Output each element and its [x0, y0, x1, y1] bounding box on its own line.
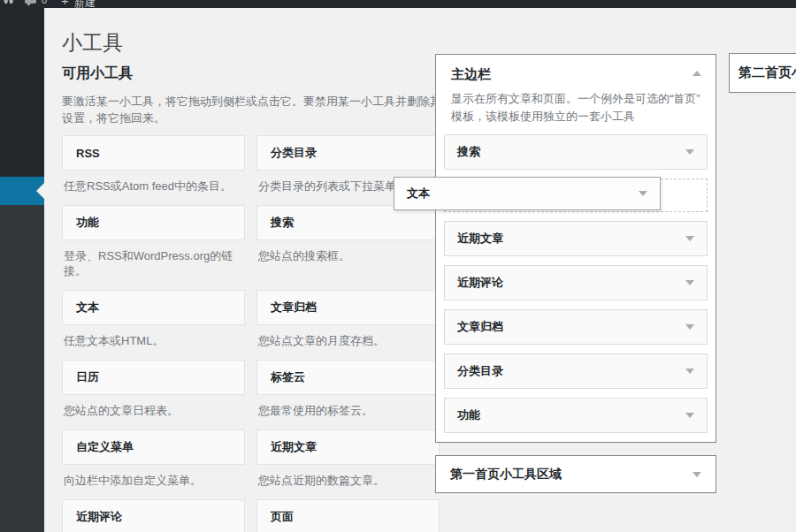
- widget-title: 文章归档: [457, 319, 503, 335]
- sidebar-panel-first-front-page[interactable]: 第一首页小工具区域: [435, 455, 716, 493]
- admin-menu-upper-section[interactable]: [0, 8, 44, 177]
- sidebar-widget[interactable]: 搜索: [444, 134, 708, 170]
- available-widget-card[interactable]: RSS: [62, 135, 245, 171]
- sidebar-widget[interactable]: 近期文章: [444, 221, 708, 256]
- available-widget: 标签云 您最常使用的标签云。: [256, 360, 440, 418]
- available-widgets-grid: RSS 任意RSS或Atom feed中的条目。 分类目录 分类目录的列表或下拉…: [62, 135, 440, 532]
- available-widget: 近期文章 您站点近期的数篇文章。: [256, 429, 440, 488]
- dragged-widget-text[interactable]: 文本: [394, 177, 661, 210]
- widget-description: 您最常使用的标签云。: [256, 403, 440, 418]
- widget-description: 向边栏中添加自定义菜单。: [62, 473, 245, 488]
- available-widget: 文本 任意文本或HTML。: [62, 290, 245, 348]
- widget-title: 自定义菜单: [76, 439, 134, 455]
- widget-title: 搜索: [457, 144, 480, 160]
- chevron-down-icon[interactable]: [693, 472, 701, 477]
- chevron-down-icon[interactable]: [685, 236, 694, 241]
- widget-title: 功能: [76, 215, 99, 231]
- available-widgets-heading: 可用小工具: [62, 65, 133, 83]
- widget-title: 搜索: [271, 215, 294, 231]
- chevron-down-icon[interactable]: [685, 369, 694, 374]
- available-widget-card[interactable]: 文章归档: [256, 290, 440, 325]
- widget-description: 登录、RSS和WordPress.org的链接。: [62, 248, 245, 278]
- sidebar-widget[interactable]: 功能: [444, 398, 708, 433]
- available-widget: 文章归档 您站点文章的月度存档。: [256, 290, 440, 348]
- chevron-down-icon[interactable]: [639, 191, 647, 196]
- widget-title: 标签云: [271, 369, 305, 385]
- available-widget-card[interactable]: 自定义菜单: [62, 429, 245, 465]
- widget-title: 近期评论: [76, 509, 122, 525]
- widget-description: 您站点文章的月度存档。: [256, 333, 440, 348]
- wordpress-logo-icon[interactable]: W: [3, 0, 14, 6]
- available-widget-card[interactable]: 功能: [62, 205, 245, 240]
- widget-title: 分类目录: [271, 145, 317, 161]
- available-widget: 功能 登录、RSS和WordPress.org的链接。: [62, 205, 245, 278]
- sidebar-panel-title: 主边栏: [451, 66, 491, 81]
- available-widget-card[interactable]: 分类目录: [256, 135, 440, 171]
- widget-title: 近期评论: [457, 275, 503, 291]
- current-item-arrow-icon: [36, 183, 44, 199]
- available-widget-card[interactable]: 日历: [62, 360, 245, 395]
- available-widget-card[interactable]: 文本: [62, 290, 245, 325]
- available-widget: 自定义菜单 向边栏中添加自定义菜单。: [62, 429, 245, 488]
- available-widget-card[interactable]: 近期文章: [256, 429, 440, 465]
- widget-title: 分类目录: [457, 363, 503, 379]
- widget-title: 文章归档: [271, 300, 317, 315]
- available-widget-card[interactable]: 页面: [256, 499, 440, 532]
- widgets-admin-screen: W 0 + 新建 小工具 可用小工具 要激活某一小工具，将它拖动到侧栏或点击它。…: [0, 0, 796, 532]
- available-widget-card[interactable]: 搜索: [256, 205, 440, 240]
- comments-icon[interactable]: [25, 0, 36, 4]
- widget-title: 文本: [407, 186, 430, 201]
- widget-title: 近期文章: [271, 439, 317, 455]
- plus-icon[interactable]: +: [61, 0, 69, 8]
- front-panel-title: 第一首页小工具区域: [450, 467, 562, 483]
- chevron-down-icon[interactable]: [685, 149, 694, 155]
- widget-title: 日历: [76, 369, 99, 385]
- sidebar-panel-header[interactable]: 主边栏: [436, 55, 716, 83]
- sidebar-widget[interactable]: 文章归档: [444, 309, 708, 345]
- sidebar-panel-description: 显示在所有文章和页面。一个例外是可选的“首页”模板，该模板使用独立的一套小工具: [451, 90, 700, 125]
- admin-menu-current-item-appearance[interactable]: [0, 177, 44, 205]
- available-widget: RSS 任意RSS或Atom feed中的条目。: [62, 135, 245, 194]
- available-widget: 日历 您站点的文章日程表。: [62, 360, 245, 418]
- available-widgets-description: 要激活某一小工具，将它拖动到侧栏或点击它。要禁用某一小工具并删除其设置，将它拖回…: [62, 93, 449, 126]
- widget-title: 近期文章: [457, 231, 503, 247]
- widget-title: 页面: [271, 509, 294, 525]
- widget-description: 任意文本或HTML。: [62, 333, 245, 348]
- chevron-down-icon[interactable]: [685, 413, 694, 418]
- widget-description: 您站点近期的数篇文章。: [256, 473, 440, 488]
- available-widget: 页面: [256, 499, 440, 532]
- chevron-down-icon[interactable]: [685, 280, 694, 285]
- widget-description: 任意RSS或Atom feed中的条目。: [62, 179, 245, 194]
- chevron-down-icon[interactable]: [685, 324, 694, 330]
- available-widget: 近期评论: [62, 499, 245, 532]
- widget-description: 您站点的文章日程表。: [62, 403, 245, 418]
- page-title: 小工具: [62, 29, 123, 57]
- second-panel-title: 第二首页小工具区域: [739, 65, 796, 81]
- chevron-up-icon[interactable]: [693, 71, 701, 76]
- sidebar-widget[interactable]: 分类目录: [444, 353, 708, 389]
- widget-title: 文本: [76, 300, 99, 315]
- widget-title: RSS: [76, 147, 100, 160]
- admin-toolbar: W 0 + 新建: [0, 0, 796, 8]
- sidebar-panel-main: 主边栏 显示在所有文章和页面。一个例外是可选的“首页”模板，该模板使用独立的一套…: [435, 54, 716, 443]
- widget-title: 功能: [457, 407, 480, 423]
- available-widget-card[interactable]: 标签云: [256, 360, 440, 395]
- new-content-button[interactable]: 新建: [74, 0, 96, 8]
- admin-menu-collapsed[interactable]: [0, 8, 44, 532]
- widget-description: 您站点的搜索框。: [256, 248, 440, 263]
- available-widget: 搜索 您站点的搜索框。: [256, 205, 440, 263]
- available-widget-card[interactable]: 近期评论: [62, 499, 245, 532]
- comment-count: 0: [42, 0, 47, 5]
- sidebar-widget[interactable]: 近期评论: [444, 265, 708, 300]
- sidebar-panel-second-front-page[interactable]: 第二首页小工具区域: [729, 53, 796, 93]
